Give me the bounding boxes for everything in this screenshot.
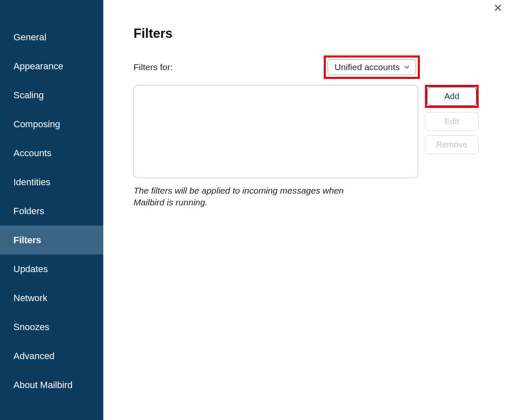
- account-dropdown-highlight: Unified accounts: [324, 55, 420, 79]
- settings-sidebar: General Appearance Scaling Composing Acc…: [0, 0, 103, 420]
- filters-for-label: Filters for:: [134, 62, 173, 72]
- account-dropdown-selected: Unified accounts: [335, 62, 400, 72]
- sidebar-item-snoozes[interactable]: Snoozes: [0, 312, 103, 341]
- settings-window: General Appearance Scaling Composing Acc…: [0, 0, 511, 420]
- account-dropdown[interactable]: Unified accounts: [328, 59, 416, 75]
- chevron-down-icon: [403, 63, 411, 71]
- sidebar-item-accounts[interactable]: Accounts: [0, 139, 103, 168]
- sidebar-item-general[interactable]: General: [0, 23, 103, 52]
- sidebar-item-updates[interactable]: Updates: [0, 255, 103, 284]
- sidebar-item-composing[interactable]: Composing: [0, 110, 103, 139]
- sidebar-item-advanced[interactable]: Advanced: [0, 341, 103, 370]
- sidebar-item-identities[interactable]: Identities: [0, 168, 103, 197]
- filter-buttons: Add Edit Remove: [425, 85, 479, 154]
- sidebar-item-about[interactable]: About Mailbird: [0, 370, 103, 399]
- filters-content-row: Add Edit Remove: [134, 85, 486, 178]
- close-icon[interactable]: ✕: [493, 3, 503, 13]
- sidebar-item-scaling[interactable]: Scaling: [0, 81, 103, 110]
- page-title: Filters: [134, 26, 486, 41]
- sidebar-item-filters[interactable]: Filters: [0, 226, 103, 255]
- add-button-highlight: Add: [425, 85, 479, 108]
- filters-for-row: Filters for: Unified accounts: [134, 55, 418, 79]
- filters-help-text: The filters will be applied to incoming …: [134, 185, 369, 209]
- settings-panel: ✕ Filters Filters for: Unified accounts …: [103, 0, 511, 420]
- sidebar-item-folders[interactable]: Folders: [0, 197, 103, 226]
- sidebar-item-network[interactable]: Network: [0, 284, 103, 312]
- add-button[interactable]: Add: [427, 87, 477, 106]
- edit-button: Edit: [425, 112, 479, 131]
- filter-list[interactable]: [134, 85, 418, 178]
- sidebar-item-appearance[interactable]: Appearance: [0, 52, 103, 81]
- remove-button: Remove: [425, 135, 479, 154]
